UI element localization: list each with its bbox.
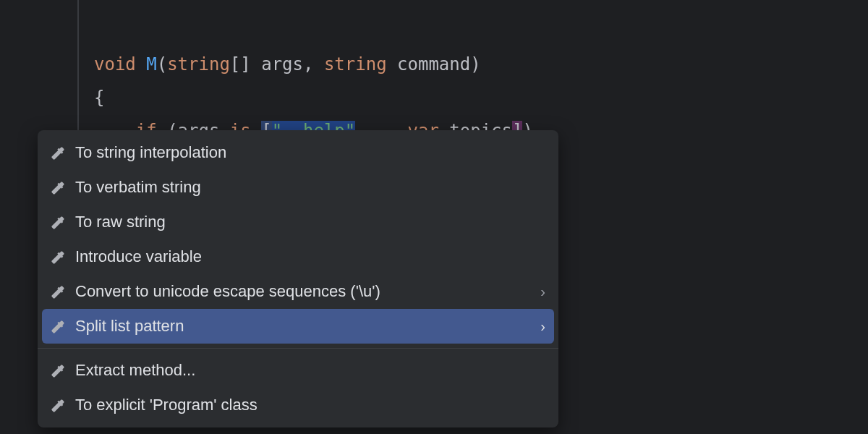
context-action-item[interactable]: To string interpolation (38, 135, 558, 170)
context-action-item[interactable]: Extract method... (38, 353, 558, 388)
hammer-icon (51, 397, 67, 413)
code-editor[interactable]: void M(string[] args, string command) { … (94, 14, 533, 148)
hammer-icon (51, 318, 67, 334)
keyword-void: void (94, 54, 136, 75)
type-string: string (324, 54, 387, 75)
hammer-icon (51, 214, 67, 230)
menu-item-label: Introduce variable (75, 247, 202, 266)
hammer-icon (51, 179, 67, 195)
context-action-item[interactable]: Split list pattern› (42, 309, 554, 344)
method-name: M (146, 54, 156, 75)
menu-item-label: To string interpolation (75, 143, 226, 162)
chevron-right-icon: › (540, 318, 545, 335)
menu-item-label: To verbatim string (75, 178, 201, 197)
gutter-line (77, 0, 79, 130)
menu-item-label: Split list pattern (75, 317, 184, 336)
context-action-item[interactable]: To verbatim string (38, 170, 558, 205)
menu-item-label: Extract method... (75, 361, 195, 380)
menu-separator (38, 348, 558, 349)
context-action-item[interactable]: Introduce variable (38, 239, 558, 274)
hammer-icon (51, 284, 67, 299)
context-actions-popup: To string interpolationTo verbatim strin… (38, 130, 558, 427)
hammer-icon (51, 145, 67, 161)
menu-item-label: To raw string (75, 213, 166, 231)
context-action-item[interactable]: Convert to unicode escape sequences ('\u… (38, 274, 558, 309)
hammer-icon (51, 362, 67, 378)
brace-open: { (94, 88, 104, 108)
chevron-right-icon: › (540, 284, 545, 300)
menu-item-label: Convert to unicode escape sequences ('\u… (75, 282, 380, 301)
hammer-icon (51, 249, 67, 265)
menu-item-label: To explicit 'Program' class (75, 396, 258, 414)
type-string: string (167, 54, 230, 75)
context-action-item[interactable]: To explicit 'Program' class (38, 388, 558, 422)
context-action-item[interactable]: To raw string (38, 205, 558, 239)
